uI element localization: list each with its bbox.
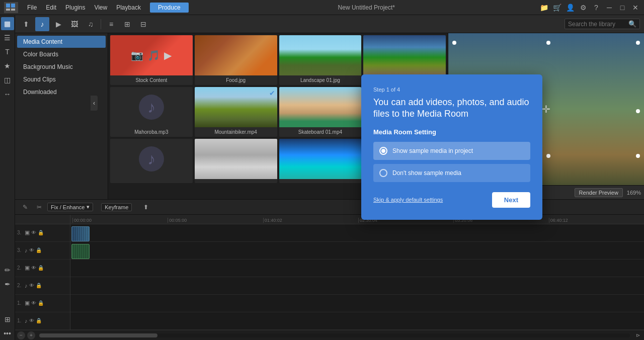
- menu-view[interactable]: View: [90, 3, 111, 12]
- settings-icon[interactable]: ⚙: [579, 3, 588, 12]
- music-mode-icon[interactable]: ♫: [84, 17, 98, 31]
- handle-top-mid[interactable]: [546, 41, 550, 45]
- svg-rect-2: [6, 9, 10, 11]
- sidebar-icon-grid[interactable]: ⊞: [1, 313, 14, 326]
- handle-mid-right[interactable]: [636, 109, 640, 113]
- track-lane-2-audio[interactable]: [70, 277, 644, 295]
- dialog-option-dont-show[interactable]: Don't show sample media: [373, 164, 530, 182]
- help-icon[interactable]: ?: [592, 3, 601, 12]
- media-item-audio2[interactable]: ♪: [110, 139, 193, 183]
- track-video-icon: ▣: [25, 265, 30, 271]
- timeline-clip-3-video[interactable]: [71, 226, 90, 241]
- dialog-next-button[interactable]: Next: [492, 192, 530, 208]
- sidebar-icon-timeline[interactable]: ☰: [1, 31, 14, 44]
- track-audio-icon: ♪: [25, 247, 28, 253]
- media-item-food[interactable]: Food.jpg: [195, 35, 277, 85]
- list-view-icon[interactable]: ≡: [104, 17, 118, 31]
- track-lock-icon[interactable]: 🔒: [36, 318, 42, 323]
- track-eye-icon[interactable]: 👁: [29, 283, 34, 288]
- timeline-export-icon[interactable]: ⬆: [140, 201, 152, 213]
- handle-bottom-right[interactable]: [636, 154, 640, 158]
- timeline-zoom-out[interactable]: −: [17, 331, 25, 339]
- handle-top-left[interactable]: [452, 41, 456, 45]
- photo-mode-icon[interactable]: 🖼: [67, 17, 82, 31]
- render-preview-button[interactable]: Render Preview: [575, 188, 623, 197]
- track-lane-2-video[interactable]: [70, 260, 644, 277]
- ruler-mark-0: 00:00:00: [72, 218, 168, 223]
- timeline-end-icon[interactable]: ⊳: [634, 331, 642, 339]
- timeline-scrollbar[interactable]: [39, 333, 630, 337]
- track-lane-1-audio[interactable]: [70, 312, 644, 330]
- timeline-clip-3-audio[interactable]: [71, 244, 90, 259]
- media-item-pushup[interactable]: [195, 139, 277, 183]
- menu-playback[interactable]: Playback: [112, 3, 145, 12]
- media-item-mahoroba[interactable]: ♪ Mahoroba.mp3: [110, 87, 193, 137]
- track-eye-icon[interactable]: 👁: [31, 300, 36, 306]
- radio-dont-show[interactable]: [379, 169, 387, 177]
- media-item-landscape01[interactable]: Landscape 01.jpg: [279, 35, 362, 85]
- track-lock-icon[interactable]: 🔒: [38, 300, 44, 306]
- track-lane-3-video[interactable]: [70, 224, 644, 242]
- grid-large-icon[interactable]: ⊟: [136, 17, 150, 31]
- user-icon[interactable]: 👤: [566, 3, 575, 12]
- timeline-add-track[interactable]: +: [27, 331, 35, 339]
- sidebar-icon-media[interactable]: ▦: [1, 17, 14, 30]
- media-item-surf[interactable]: [279, 139, 362, 183]
- minimize-icon[interactable]: ─: [605, 3, 614, 12]
- sidebar-icon-overlay[interactable]: ◫: [1, 73, 14, 87]
- track-lock-icon[interactable]: 🔒: [36, 247, 42, 253]
- sidebar-icon-effects[interactable]: ★: [1, 59, 14, 72]
- sidebar-icon-text[interactable]: T: [1, 45, 14, 58]
- search-box[interactable]: 🔍: [565, 19, 640, 29]
- sidebar-icon-more[interactable]: •••: [1, 327, 14, 340]
- media-thumb-mahoroba: ♪: [110, 87, 193, 127]
- keyframe-dropdown[interactable]: Keyframe: [101, 203, 132, 211]
- track-eye-icon[interactable]: 👁: [29, 318, 34, 323]
- library-item-sound-clips[interactable]: Sound Clips: [17, 73, 106, 86]
- media-item-stock-content[interactable]: 📷 🎵 ▶ Stock Content: [110, 35, 193, 85]
- search-input[interactable]: [568, 21, 628, 28]
- track-lane-1-video[interactable]: [70, 295, 644, 312]
- track-lock-icon[interactable]: 🔒: [38, 230, 44, 235]
- track-header-1-video: 1. ▣ 👁 🔒: [15, 295, 70, 312]
- media-item-skateboard01[interactable]: Skateboard 01.mp4: [279, 87, 362, 137]
- menu-edit[interactable]: Edit: [42, 3, 60, 12]
- radio-show-sample[interactable]: [379, 147, 387, 155]
- track-eye-icon[interactable]: 👁: [31, 230, 36, 235]
- shopping-cart-icon[interactable]: 🛒: [552, 3, 561, 12]
- sidebar-collapse-button[interactable]: ‹: [91, 96, 98, 111]
- maximize-icon[interactable]: □: [618, 3, 627, 12]
- sidebar-icon-edit2[interactable]: ✒: [1, 278, 14, 291]
- handle-top-right[interactable]: [636, 41, 640, 45]
- folder-icon[interactable]: 📁: [539, 3, 548, 12]
- sidebar-icon-transition[interactable]: ↔: [1, 88, 14, 101]
- video-mode-icon[interactable]: ▶: [51, 17, 65, 31]
- fix-enhance-dropdown[interactable]: Fix / Enhance ▾: [47, 203, 93, 211]
- library-item-color-boards[interactable]: Color Boards: [17, 48, 106, 60]
- track-header-2-audio: 2. ♪ 👁 🔒: [15, 277, 70, 295]
- close-icon[interactable]: ✕: [631, 3, 640, 12]
- track-eye-icon[interactable]: 👁: [29, 247, 34, 253]
- dialog-option-show-sample[interactable]: Show sample media in project: [373, 142, 530, 160]
- library-item-background-music[interactable]: Background Music: [17, 61, 106, 73]
- produce-button[interactable]: Produce: [150, 3, 189, 13]
- track-num: 3.: [17, 247, 23, 253]
- audio-mode-icon[interactable]: ♪: [35, 17, 49, 31]
- library-item-media-content[interactable]: Media Content: [17, 36, 106, 48]
- track-lock-icon[interactable]: 🔒: [36, 283, 42, 288]
- media-label-mahoroba: Mahoroba.mp3: [110, 127, 193, 137]
- track-lane-3-audio[interactable]: [70, 242, 644, 260]
- media-item-mountainbiker[interactable]: ✔ Mountainbiker.mp4: [195, 87, 277, 137]
- sidebar-icon-edit1[interactable]: ✏: [1, 264, 14, 277]
- timeline-cut-icon[interactable]: ✂: [33, 201, 45, 213]
- handle-bottom-mid[interactable]: [546, 154, 550, 158]
- menu-plugins[interactable]: Plugins: [61, 3, 89, 12]
- import-icon[interactable]: ⬆: [19, 17, 33, 31]
- track-header-3-audio: 3. ♪ 👁 🔒: [15, 242, 70, 260]
- dialog-skip-link[interactable]: Skip & apply default settings: [373, 197, 443, 203]
- track-lock-icon[interactable]: 🔒: [38, 265, 44, 271]
- menu-file[interactable]: File: [23, 3, 41, 12]
- timeline-pen-icon[interactable]: ✎: [19, 201, 31, 213]
- track-eye-icon[interactable]: 👁: [31, 265, 36, 271]
- grid-small-icon[interactable]: ⊞: [120, 17, 134, 31]
